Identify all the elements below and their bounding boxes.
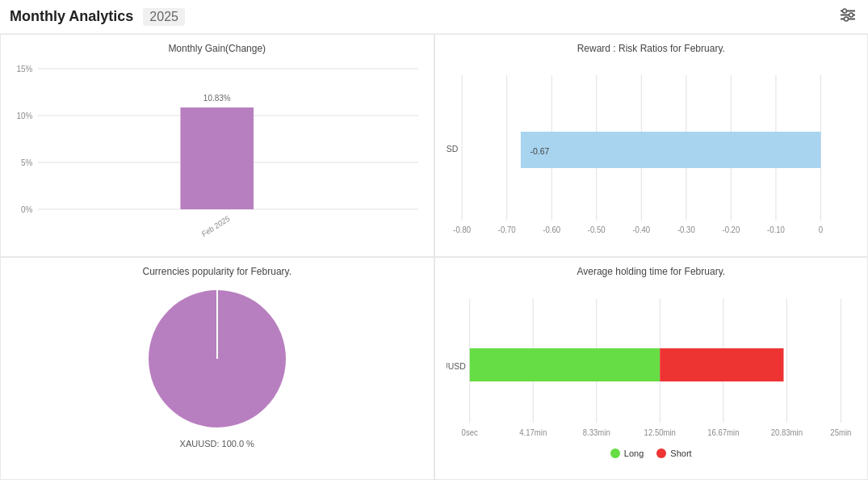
svg-text:20.83min: 20.83min bbox=[770, 427, 802, 436]
short-label: Short bbox=[670, 448, 691, 458]
charts-grid: Monthly Gain(Change) 15% 10% 5% 0% 10.83… bbox=[0, 34, 868, 480]
svg-text:-0.30: -0.30 bbox=[677, 225, 694, 234]
holding-time-svg: 0sec 4.17min 8.33min 12.50min 16.67min 2… bbox=[447, 282, 857, 444]
svg-text:-0.10: -0.10 bbox=[767, 225, 785, 234]
svg-text:4.17min: 4.17min bbox=[519, 427, 547, 436]
svg-rect-14 bbox=[180, 107, 254, 209]
svg-text:-0.70: -0.70 bbox=[497, 225, 515, 234]
legend-area: Long Short bbox=[447, 448, 857, 458]
svg-text:12.50min: 12.50min bbox=[644, 427, 675, 436]
svg-point-4 bbox=[849, 13, 853, 17]
svg-text:0: 0 bbox=[818, 225, 823, 234]
reward-risk-title: Reward : Risk Ratios for February. bbox=[447, 43, 857, 54]
short-dot bbox=[656, 448, 666, 458]
svg-text:-0.50: -0.50 bbox=[587, 225, 605, 234]
svg-text:-0.60: -0.60 bbox=[543, 225, 560, 234]
holding-time-chart: 0sec 4.17min 8.33min 12.50min 16.67min 2… bbox=[447, 282, 857, 444]
long-dot bbox=[610, 448, 620, 458]
svg-text:25min: 25min bbox=[830, 427, 851, 436]
long-label: Long bbox=[624, 448, 644, 458]
svg-text:Feb 2025: Feb 2025 bbox=[200, 213, 231, 238]
svg-text:15%: 15% bbox=[16, 65, 32, 74]
svg-text:5%: 5% bbox=[21, 158, 32, 168]
svg-point-3 bbox=[843, 9, 847, 13]
legend-short: Short bbox=[656, 448, 691, 458]
svg-text:XAUUSD: XAUUSD bbox=[447, 360, 466, 370]
monthly-gain-title: Monthly Gain(Change) bbox=[12, 43, 422, 54]
svg-text:0sec: 0sec bbox=[461, 427, 477, 436]
svg-text:-0.67: -0.67 bbox=[530, 146, 549, 156]
svg-text:-0.80: -0.80 bbox=[453, 225, 471, 234]
svg-text:10%: 10% bbox=[16, 112, 32, 121]
legend-long: Long bbox=[610, 448, 644, 458]
monthly-gain-svg: 15% 10% 5% 0% 10.83% Feb 2025 bbox=[12, 59, 422, 245]
settings-icon[interactable] bbox=[839, 7, 857, 26]
pie-label: XAUUSD: 100.0 % bbox=[180, 439, 254, 448]
svg-text:8.33min: 8.33min bbox=[582, 427, 610, 436]
svg-text:16.67min: 16.67min bbox=[707, 427, 739, 436]
svg-rect-56 bbox=[660, 348, 783, 381]
year-badge: 2025 bbox=[143, 8, 185, 26]
svg-text:XAUUSD: XAUUSD bbox=[447, 144, 459, 154]
header: Monthly Analytics 2025 bbox=[0, 0, 868, 34]
currencies-svg bbox=[136, 282, 298, 436]
currencies-title: Currencies popularity for February. bbox=[12, 266, 422, 277]
svg-point-5 bbox=[845, 17, 849, 21]
holding-time-panel: Average holding time for February. 0sec … bbox=[434, 257, 869, 480]
holding-time-title: Average holding time for February. bbox=[447, 266, 857, 277]
currencies-panel: Currencies popularity for February. XAUU… bbox=[0, 257, 434, 480]
svg-text:10.83%: 10.83% bbox=[203, 94, 231, 103]
svg-rect-36 bbox=[520, 132, 820, 168]
reward-risk-chart: -0.80 -0.70 -0.60 -0.50 -0.40 -0.30 -0.2… bbox=[447, 59, 857, 237]
monthly-gain-chart: 15% 10% 5% 0% 10.83% Feb 2025 bbox=[12, 59, 422, 245]
reward-risk-panel: Reward : Risk Ratios for February. -0.80… bbox=[434, 34, 869, 257]
monthly-gain-panel: Monthly Gain(Change) 15% 10% 5% 0% 10.83… bbox=[0, 34, 434, 257]
currencies-chart: XAUUSD: 100.0 % bbox=[12, 282, 422, 460]
svg-text:-0.20: -0.20 bbox=[722, 225, 740, 234]
svg-text:-0.40: -0.40 bbox=[632, 225, 650, 234]
page-title: Monthly Analytics bbox=[10, 8, 133, 25]
svg-rect-55 bbox=[469, 348, 660, 381]
reward-risk-svg: -0.80 -0.70 -0.60 -0.50 -0.40 -0.30 -0.2… bbox=[447, 59, 857, 237]
svg-text:0%: 0% bbox=[21, 205, 32, 215]
